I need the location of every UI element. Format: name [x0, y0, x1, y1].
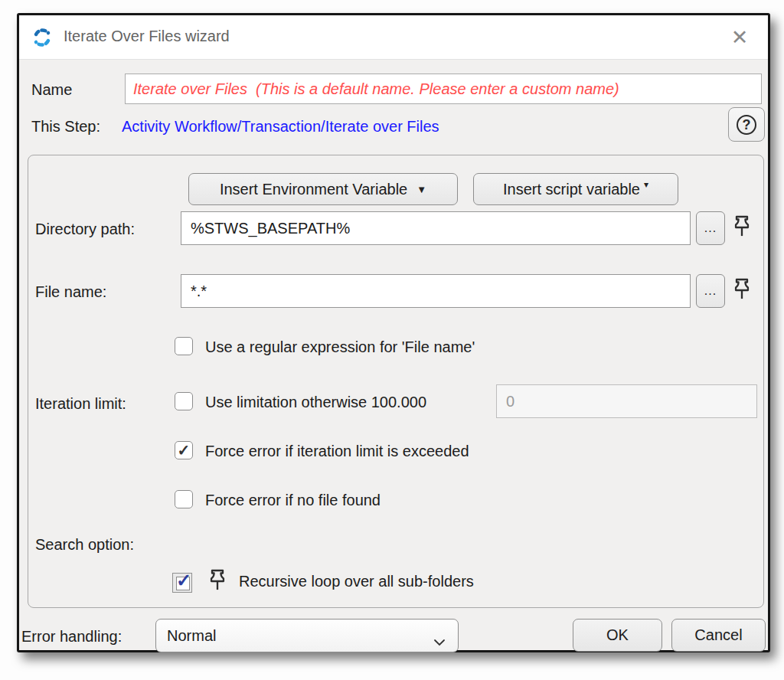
force-error-limit-checkbox[interactable]: ✓ — [175, 441, 193, 459]
help-icon: ? — [737, 115, 756, 135]
force-error-no-file-checkbox[interactable]: ✓ — [175, 490, 193, 508]
regex-checkbox[interactable]: ✓ — [175, 337, 193, 355]
chevron-down-icon: ▾ — [644, 179, 648, 190]
pin-icon[interactable] — [731, 214, 753, 240]
file-name-input[interactable] — [181, 274, 691, 308]
directory-path-input[interactable] — [181, 211, 691, 245]
close-icon[interactable]: ✕ — [725, 23, 754, 52]
ok-button[interactable]: OK — [573, 619, 662, 652]
cancel-button[interactable]: Cancel — [671, 619, 766, 652]
name-label: Name — [31, 81, 72, 99]
step-path-link[interactable]: Activity Workflow/Transaction/Iterate ov… — [122, 118, 439, 136]
screenshot-stage: Iterate Over Files wizard ✕ Name This St… — [0, 0, 784, 680]
use-limitation-label: Use limitation otherwise 100.000 — [205, 394, 426, 411]
iteration-limit-value-input — [496, 384, 757, 418]
error-handling-select[interactable]: Normal — [155, 619, 459, 652]
recursive-checkbox[interactable]: ✓ — [172, 573, 192, 593]
insert-environment-variable-button[interactable]: Insert Environment Variable ▼ — [188, 173, 458, 205]
chevron-down-icon — [433, 633, 446, 650]
force-error-no-file-label: Force error if no file found — [205, 492, 381, 509]
loop-wizard-icon — [31, 27, 53, 48]
recursive-checkbox-label: Recursive loop over all sub-folders — [239, 573, 474, 590]
directory-browse-button[interactable]: ... — [696, 211, 725, 245]
force-error-limit-label: Force error if iteration limit is exceed… — [205, 443, 469, 460]
regex-checkbox-label: Use a regular expression for 'File name' — [205, 338, 475, 356]
use-limitation-checkbox[interactable]: ✓ — [175, 392, 193, 410]
insert-script-variable-button[interactable]: Insert script variable ▾ — [473, 173, 678, 205]
this-step-label: This Step: — [31, 118, 100, 136]
window-title: Iterate Over Files wizard — [64, 28, 230, 45]
pin-icon[interactable] — [207, 568, 228, 594]
error-handling-label: Error handling: — [21, 628, 122, 646]
chevron-down-icon: ▼ — [416, 184, 426, 195]
name-input[interactable] — [125, 74, 762, 104]
iteration-limit-label: Iteration limit: — [35, 395, 126, 413]
file-name-label: File name: — [35, 283, 106, 301]
help-button[interactable]: ? — [728, 107, 765, 142]
error-handling-value: Normal — [167, 627, 216, 645]
insert-env-label: Insert Environment Variable — [220, 181, 407, 198]
title-bar: Iterate Over Files wizard ✕ — [19, 15, 768, 60]
iterate-over-files-dialog: Iterate Over Files wizard ✕ Name This St… — [17, 13, 770, 652]
directory-path-label: Directory path: — [35, 221, 135, 238]
insert-script-label: Insert script variable — [503, 181, 640, 198]
pin-icon[interactable] — [731, 277, 753, 303]
search-option-label: Search option: — [35, 536, 134, 554]
file-browse-button[interactable]: ... — [696, 274, 725, 308]
check-icon: ✓ — [176, 571, 191, 590]
check-icon: ✓ — [178, 443, 191, 458]
